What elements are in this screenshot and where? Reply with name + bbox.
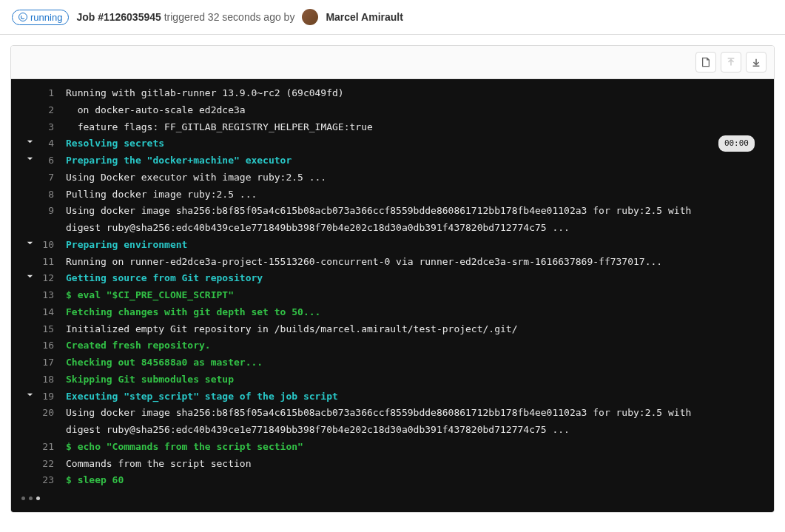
log-container: 1Running with gitlab-runner 13.9.0~rc2 (… <box>10 45 775 513</box>
line-text: $ echo "Commands from the script section… <box>66 439 765 456</box>
line-text: Skipping Git submodules setup <box>66 371 765 388</box>
fold-toggle <box>20 186 39 189</box>
line-text: Fetching changes with git depth set to 5… <box>66 304 765 321</box>
fold-toggle <box>20 354 39 357</box>
fold-toggle <box>20 456 39 458</box>
log-line: 10Preparing environment <box>20 237 765 254</box>
author-name[interactable]: Marcel Amirault <box>326 11 403 23</box>
line-number[interactable]: 6 <box>39 152 66 169</box>
log-line: 6Preparing the "docker+machine" executor <box>20 152 765 169</box>
line-number[interactable]: 7 <box>39 169 66 186</box>
scroll-bottom-button[interactable] <box>746 52 767 73</box>
log-line: 18Skipping Git submodules setup <box>20 371 765 388</box>
line-number[interactable]: 22 <box>39 456 66 473</box>
log-line: 12Getting source from Git repository <box>20 270 765 287</box>
log-line: 1Running with gitlab-runner 13.9.0~rc2 (… <box>20 85 765 102</box>
job-id: Job #1126035945 <box>76 11 161 23</box>
fold-toggle[interactable] <box>20 270 39 280</box>
line-text: Commands from the script section <box>66 456 765 473</box>
document-icon <box>701 57 711 67</box>
line-number[interactable]: 15 <box>39 321 66 338</box>
line-number[interactable]: 23 <box>39 472 66 489</box>
line-number[interactable]: 4 <box>39 135 66 152</box>
job-header: running Job #1126035945 triggered 32 sec… <box>0 0 785 35</box>
fold-toggle[interactable] <box>20 237 39 247</box>
line-number[interactable]: 16 <box>39 337 66 354</box>
fold-toggle <box>20 321 39 323</box>
fold-toggle <box>20 102 39 104</box>
log-output[interactable]: 1Running with gitlab-runner 13.9.0~rc2 (… <box>11 79 774 512</box>
fold-toggle[interactable] <box>20 152 39 163</box>
line-text: feature flags: FF_GITLAB_REGISTRY_HELPER… <box>66 119 765 136</box>
status-badge[interactable]: running <box>12 10 69 25</box>
line-number[interactable]: 3 <box>39 119 66 136</box>
show-raw-button[interactable] <box>695 52 716 73</box>
fold-toggle[interactable] <box>20 135 39 146</box>
log-line: 4Resolving secrets00:00 <box>20 135 765 152</box>
log-line: 17Checking out 845688a0 as master... <box>20 354 765 371</box>
running-icon <box>18 13 27 21</box>
line-number[interactable]: 13 <box>39 287 66 304</box>
avatar[interactable] <box>302 9 318 25</box>
line-number[interactable]: 2 <box>39 102 66 119</box>
fold-toggle <box>20 169 39 172</box>
log-line: 9Using docker image sha256:b8f85f05a4c61… <box>20 203 765 237</box>
line-number[interactable]: 21 <box>39 439 66 456</box>
log-line: 2 on docker-auto-scale ed2dce3a <box>20 102 765 119</box>
line-text: Running on runner-ed2dce3a-project-15513… <box>66 254 765 271</box>
fold-toggle <box>20 371 39 374</box>
line-text: Using Docker executor with image ruby:2.… <box>66 169 765 186</box>
fold-toggle <box>20 472 39 474</box>
line-number[interactable]: 11 <box>39 254 66 271</box>
line-text: Created fresh repository. <box>66 337 765 354</box>
section-duration: 00:00 <box>718 135 755 151</box>
log-line: 20Using docker image sha256:b8f85f05a4c6… <box>20 405 765 439</box>
log-line: 7Using Docker executor with image ruby:2… <box>20 169 765 186</box>
fold-toggle <box>20 203 39 205</box>
line-text: Executing "step_script" stage of the job… <box>66 388 765 405</box>
line-number[interactable]: 1 <box>39 85 66 102</box>
fold-toggle <box>20 119 39 121</box>
line-text: Checking out 845688a0 as master... <box>66 354 765 371</box>
fold-toggle <box>20 85 39 87</box>
line-text: $ sleep 60 <box>66 472 765 489</box>
fold-toggle <box>20 287 39 289</box>
arrow-up-icon <box>726 57 736 67</box>
line-number[interactable]: 20 <box>39 405 66 422</box>
log-line: 19Executing "step_script" stage of the j… <box>20 388 765 405</box>
log-line: 23$ sleep 60 <box>20 472 765 489</box>
log-line: 14Fetching changes with git depth set to… <box>20 304 765 321</box>
line-text: Preparing environment <box>66 237 765 254</box>
line-number[interactable]: 9 <box>39 203 66 220</box>
line-text: Getting source from Git repository <box>66 270 765 287</box>
status-text: running <box>30 12 62 23</box>
log-line: 11Running on runner-ed2dce3a-project-155… <box>20 254 765 271</box>
line-number[interactable]: 18 <box>39 371 66 388</box>
line-number[interactable]: 17 <box>39 354 66 371</box>
scroll-top-button[interactable] <box>721 52 741 73</box>
log-line: 15Initialized empty Git repository in /b… <box>20 321 765 338</box>
line-number[interactable]: 12 <box>39 270 66 287</box>
fold-toggle <box>20 337 39 340</box>
log-line: 8Pulling docker image ruby:2.5 ... <box>20 186 765 203</box>
line-number[interactable]: 8 <box>39 186 66 203</box>
line-number[interactable]: 10 <box>39 237 66 254</box>
fold-toggle <box>20 254 39 256</box>
line-text: on docker-auto-scale ed2dce3a <box>66 102 765 119</box>
arrow-down-icon <box>751 57 761 67</box>
triggered-text: triggered 32 seconds ago by <box>164 11 295 23</box>
log-line: 22Commands from the script section <box>20 456 765 473</box>
line-text: Using docker image sha256:b8f85f05a4c615… <box>66 405 765 439</box>
log-toolbar <box>11 46 774 79</box>
line-text: Resolving secrets <box>66 135 765 152</box>
line-text: Running with gitlab-runner 13.9.0~rc2 (6… <box>66 85 765 102</box>
line-number[interactable]: 19 <box>39 388 66 405</box>
line-text: Pulling docker image ruby:2.5 ... <box>66 186 765 203</box>
fold-toggle <box>20 439 39 441</box>
fold-toggle[interactable] <box>20 388 39 399</box>
line-text: $ eval "$CI_PRE_CLONE_SCRIPT" <box>66 287 765 304</box>
line-number[interactable]: 14 <box>39 304 66 321</box>
log-line: 13$ eval "$CI_PRE_CLONE_SCRIPT" <box>20 287 765 304</box>
loading-dots <box>20 489 765 502</box>
header-text: Job #1126035945 triggered 32 seconds ago… <box>76 11 294 23</box>
